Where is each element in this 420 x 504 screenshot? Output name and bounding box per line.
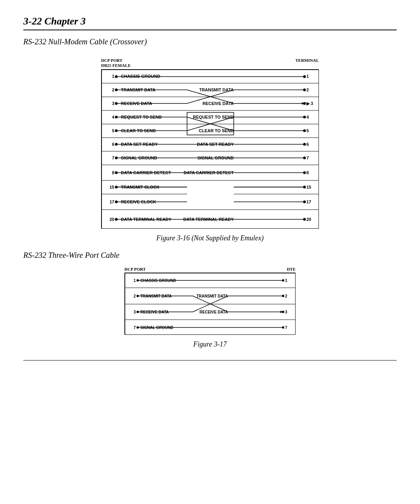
- svg-text:TRANSMIT DATA: TRANSMIT DATA: [196, 294, 228, 298]
- figure16-caption: Figure 3-16 (Not Supplied by Emulex): [23, 234, 397, 242]
- svg-point-65: [303, 157, 306, 159]
- svg-point-94: [303, 218, 306, 221]
- svg-text:8: 8: [112, 170, 114, 175]
- svg-text:CHASSIS GROUND: CHASSIS GROUND: [121, 74, 160, 79]
- svg-text:2: 2: [285, 294, 287, 298]
- svg-point-14: [303, 75, 306, 78]
- section2-title: RS-232 Three-Wire Port Cable: [23, 251, 397, 260]
- svg-text:2: 2: [306, 88, 309, 92]
- svg-point-110: [282, 279, 284, 282]
- svg-text:1: 1: [112, 74, 114, 79]
- svg-text:1: 1: [133, 278, 136, 283]
- svg-text:20: 20: [110, 217, 114, 222]
- svg-point-58: [303, 143, 306, 146]
- svg-text:3: 3: [112, 101, 114, 106]
- svg-text:6: 6: [306, 142, 309, 147]
- svg-text:DATA SET READY: DATA SET READY: [197, 142, 234, 147]
- figure17-caption: Figure 3-17: [23, 340, 397, 348]
- section1-title: RS-232 Null-Modem Cable (Crossover): [23, 37, 397, 46]
- svg-text:7: 7: [133, 326, 136, 330]
- chapter-title: 3-22 Chapter 3: [23, 16, 86, 27]
- right-port-label: TERMINAL: [295, 58, 319, 68]
- svg-text:7: 7: [306, 156, 309, 160]
- svg-text:DATA CARRIER DETECT: DATA CARRIER DETECT: [184, 170, 234, 175]
- svg-text:5: 5: [112, 128, 114, 133]
- threewire-diagram-container: DCP PORT DTE .tw-sig { font-size: 10px; …: [23, 267, 397, 335]
- threewire-diagram: DCP PORT DTE .tw-sig { font-size: 10px; …: [124, 267, 296, 335]
- svg-text:15: 15: [306, 185, 311, 189]
- svg-text:7: 7: [112, 156, 114, 160]
- svg-text:RECEIVE DATA: RECEIVE DATA: [200, 310, 228, 314]
- threewire-svg: .tw-sig { font-size: 10px; font-weight: …: [124, 273, 296, 335]
- svg-text:▶ 3: ▶ 3: [306, 101, 313, 106]
- svg-text:4: 4: [112, 115, 115, 119]
- svg-rect-102: [102, 70, 319, 229]
- svg-point-72: [303, 172, 306, 174]
- svg-text:7: 7: [285, 326, 287, 330]
- left-port-label: DCP PORT DB25 FEMALE: [101, 58, 131, 68]
- svg-text:17: 17: [306, 200, 311, 204]
- svg-text:SIGNAL GROUND: SIGNAL GROUND: [198, 156, 234, 160]
- svg-point-135: [282, 326, 284, 329]
- svg-text:3: 3: [133, 310, 136, 314]
- crossover-diagram: DCP PORT DB25 FEMALE TERMINAL .sig { fon…: [101, 58, 319, 229]
- svg-text:15: 15: [110, 185, 114, 189]
- tw-right-label: DTE: [287, 267, 296, 271]
- svg-text:6: 6: [112, 142, 114, 147]
- svg-text:20: 20: [306, 217, 311, 222]
- svg-text:3: 3: [285, 310, 287, 314]
- svg-text:1: 1: [306, 74, 309, 79]
- tw-left-label: DCP PORT: [124, 267, 146, 271]
- svg-text:2: 2: [112, 88, 114, 92]
- svg-text:4: 4: [306, 115, 309, 119]
- crossover-svg: .sig { font-size: 11px; font-weight: bol…: [101, 69, 319, 229]
- svg-text:1: 1: [285, 278, 287, 283]
- svg-text:17: 17: [110, 200, 114, 204]
- svg-rect-97: [187, 184, 234, 205]
- page-header: 3-22 Chapter 3: [23, 16, 397, 30]
- svg-text:DATA TERMINAL READY: DATA TERMINAL READY: [183, 217, 234, 222]
- page-footer: [23, 360, 397, 364]
- svg-text:8: 8: [306, 170, 309, 175]
- crossover-diagram-container: DCP PORT DB25 FEMALE TERMINAL .sig { fon…: [23, 58, 397, 229]
- svg-text:2: 2: [133, 294, 136, 298]
- svg-text:5: 5: [306, 128, 309, 133]
